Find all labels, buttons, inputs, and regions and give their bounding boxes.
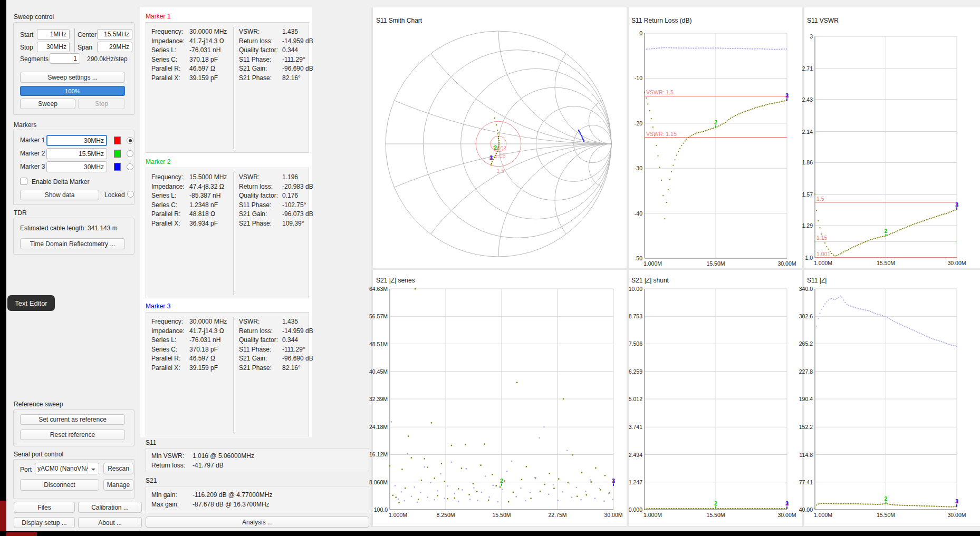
analysis-button[interactable]: Analysis ...	[146, 516, 369, 528]
marker-field-row: Series C:370.18 pF	[151, 55, 227, 65]
field-value: 15.5000 MHz	[189, 173, 227, 181]
field-value: 0.344	[282, 46, 298, 54]
marker3-radio[interactable]	[127, 163, 133, 170]
field-label: VSWR:	[239, 317, 282, 327]
field-label: S21 Gain:	[239, 354, 282, 364]
chart-z-series[interactable]: S21 |Z| series 2131.000M8.250M15.50M22.7…	[373, 270, 627, 526]
marker-field-row: Quality factor:0.176	[239, 191, 313, 201]
svg-text:2: 2	[500, 477, 503, 484]
marker2-radio[interactable]	[127, 150, 133, 157]
field-label: Return loss:	[151, 461, 193, 471]
marker-color-swatch-1[interactable]	[114, 137, 121, 144]
field-value: 1.2348 nF	[189, 201, 218, 209]
marker2-input[interactable]	[46, 148, 107, 159]
field-value: 41.7-j14.3 Ω	[189, 327, 224, 335]
marker1-radio[interactable]	[127, 137, 133, 144]
marker-field-row: VSWR:1.196	[239, 173, 313, 182]
marker-info-box: Frequency:30.0000 MHzImpedance:41.7-j14.…	[146, 22, 309, 153]
field-value: 1.196	[282, 173, 298, 181]
reset-reference-button[interactable]: Reset reference	[20, 430, 125, 440]
span-input[interactable]	[97, 42, 132, 52]
rescan-button[interactable]: Rescan	[103, 463, 133, 474]
stop-button[interactable]: Stop	[78, 99, 125, 109]
stop-input[interactable]	[37, 42, 70, 52]
field-value: 46.597 Ω	[189, 355, 215, 362]
display-setup-button[interactable]: Display setup ...	[14, 517, 75, 528]
about-button[interactable]: About ...	[78, 517, 142, 528]
field-label: S21 Gain:	[239, 64, 282, 74]
marker-info-title: Marker 2	[146, 158, 170, 165]
chart-z-shunt[interactable]: S21 |Z| shunt 2131.000M15.50M30.00M10.00…	[629, 270, 802, 526]
limit-line-label: 1.5	[816, 196, 824, 202]
manage-button[interactable]: Manage	[103, 479, 133, 491]
chart-smith[interactable]: S11 Smith Chart 1.0011.151.5123	[373, 7, 627, 268]
limit-line-label: 1.15	[816, 235, 827, 241]
marker-field-row: S21 Phase:109.39°	[239, 219, 313, 229]
chart-canvas: 1.0011.151.5123	[373, 7, 627, 268]
marker-field-row: Return loss:-41.797 dB	[151, 461, 254, 471]
splitter-handle[interactable]	[138, 7, 138, 526]
svg-text:3: 3	[785, 500, 789, 506]
marker-box-divider	[234, 317, 234, 433]
marker3-input[interactable]	[46, 161, 107, 172]
field-value: 82.16°	[282, 364, 301, 372]
locked-radio[interactable]	[127, 191, 134, 198]
x-tick-label: 1.000M	[814, 512, 832, 518]
marker-field-row: Max gain:-87.678 dB @ 16.3700MHz	[151, 500, 272, 510]
files-button[interactable]: Files	[14, 502, 75, 513]
field-value: 1.435	[282, 318, 298, 325]
tdr-button[interactable]: Time Domain Reflectometry ...	[20, 238, 125, 249]
field-label: Parallel R:	[151, 354, 189, 364]
field-value: 46.597 Ω	[189, 65, 215, 72]
field-label: Quality factor:	[239, 336, 282, 345]
field-label: Parallel X:	[151, 219, 189, 229]
field-value: 82.16°	[282, 74, 301, 82]
x-tick-label: 1.000M	[643, 260, 662, 267]
center-input[interactable]	[97, 29, 132, 40]
calibration-button[interactable]: Calibration ...	[78, 502, 142, 513]
field-label: Parallel R:	[151, 64, 189, 74]
svg-text:3: 3	[612, 477, 615, 484]
chart-return-loss[interactable]: S11 Return Loss (dB) 2131.000M15.50M30.0…	[629, 7, 802, 268]
enable-delta-marker-checkbox[interactable]	[20, 178, 27, 185]
marker-field-row: Series C:1.2348 nF	[151, 201, 227, 210]
field-label: S11 Phase:	[239, 201, 282, 210]
chevron-down-icon	[88, 463, 99, 474]
y-tick-label: 100.0	[364, 506, 388, 513]
marker-field-row: Quality factor:0.344	[239, 46, 313, 55]
marker-field-row: Parallel X:39.159 pF	[151, 74, 227, 83]
x-tick-label: 15.50M	[697, 512, 734, 518]
marker-field-row: Min gain:-116.209 dB @ 4.77000MHz	[151, 491, 272, 500]
desktop-accent-left	[0, 501, 6, 531]
markers-group-label: Markers	[14, 121, 36, 129]
chart-vswr[interactable]: S11 VSWR 2131.000M15.50M30.00M32.712.432…	[804, 7, 980, 268]
y-tick-label: 3	[790, 33, 813, 40]
chart-z-s11[interactable]: S11 |Z| 2131.000M15.50M30.00M340.0302.62…	[804, 270, 980, 526]
segments-input[interactable]	[50, 53, 80, 64]
field-label: S21 Phase:	[239, 74, 282, 83]
port-select-value: yACM0 (NanoVNA)	[35, 465, 88, 472]
show-data-button[interactable]: Show data	[20, 190, 99, 200]
s21-info-rows: Min gain:-116.209 dB @ 4.77000MHzMax gai…	[151, 491, 272, 509]
s21-info-box: Min gain:-116.209 dB @ 4.77000MHzMax gai…	[146, 486, 369, 513]
y-tick-label: 227.8	[790, 368, 813, 375]
field-label: Impedance:	[151, 37, 189, 46]
marker1-input[interactable]	[46, 135, 107, 146]
s21-section-label: S21	[146, 477, 157, 484]
start-input[interactable]	[37, 29, 70, 40]
field-value: -76.031 nH	[189, 336, 220, 344]
disconnect-button[interactable]: Disconnect	[20, 479, 99, 491]
port-select[interactable]: yACM0 (NanoVNA)	[35, 463, 99, 474]
sweep-settings-button[interactable]: Sweep settings ...	[20, 72, 125, 83]
marker-color-swatch-2[interactable]	[114, 150, 121, 158]
field-label: Impedance:	[151, 327, 189, 336]
segments-label: Segments	[20, 55, 49, 63]
y-tick-label: -50	[619, 255, 642, 261]
marker-color-swatch-3[interactable]	[114, 163, 121, 171]
y-tick-label: 2.43	[790, 96, 813, 103]
sweep-button[interactable]: Sweep	[20, 99, 75, 109]
marker-box-divider	[234, 27, 234, 149]
field-label: Parallel R:	[151, 210, 189, 219]
step-size-label: 290.0kHz/step	[87, 55, 128, 63]
set-reference-button[interactable]: Set current as reference	[20, 414, 125, 425]
